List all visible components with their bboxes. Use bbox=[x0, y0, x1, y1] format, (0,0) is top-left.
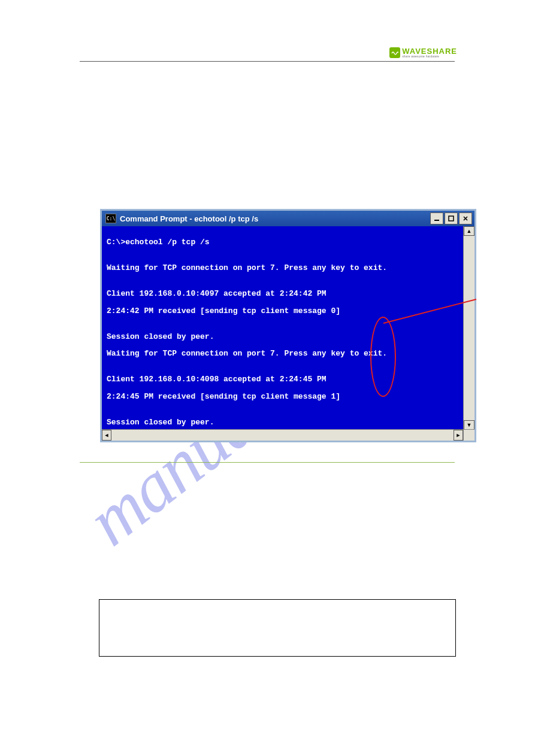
svg-rect-1 bbox=[449, 216, 454, 221]
terminal-line: C:\>echotool /p tcp /s bbox=[107, 238, 470, 247]
scroll-left-icon[interactable]: ◄ bbox=[102, 430, 111, 441]
scroll-right-icon[interactable]: ► bbox=[454, 430, 463, 441]
close-button[interactable] bbox=[459, 212, 472, 224]
cmd-icon: C:\ bbox=[105, 214, 116, 223]
brand-tagline: share awesome hardware bbox=[402, 55, 457, 58]
header-divider bbox=[80, 61, 455, 62]
section-divider bbox=[80, 462, 455, 463]
terminal-line: Session closed by peer. bbox=[107, 333, 470, 341]
minimize-button[interactable] bbox=[430, 212, 443, 224]
terminal-line: Client 192.168.0.10:4098 accepted at 2:2… bbox=[107, 375, 470, 384]
window-title: Command Prompt - echotool /p tcp /s bbox=[120, 214, 258, 223]
terminal-line: Session closed by peer. bbox=[107, 418, 470, 427]
terminal-line: Waiting for TCP connection on port 7. Pr… bbox=[107, 264, 470, 272]
wave-icon bbox=[389, 47, 400, 58]
empty-content-box bbox=[99, 599, 456, 657]
svg-rect-0 bbox=[434, 220, 439, 221]
horizontal-scrollbar[interactable]: ◄ ► bbox=[102, 429, 474, 441]
maximize-button[interactable] bbox=[445, 212, 458, 224]
vertical-scrollbar[interactable]: ▲ ▼ bbox=[463, 226, 474, 430]
scroll-up-icon[interactable]: ▲ bbox=[464, 226, 474, 236]
maximize-icon bbox=[448, 215, 454, 221]
terminal-line: Waiting for TCP connection on port 7. Pr… bbox=[107, 350, 470, 358]
scrollbar-corner bbox=[463, 430, 474, 441]
terminal-line: Client 192.168.0.10:4097 accepted at 2:2… bbox=[107, 290, 470, 298]
terminal-line: 2:24:42 PM received [sending tcp client … bbox=[107, 307, 470, 315]
window-titlebar[interactable]: C:\ Command Prompt - echotool /p tcp /s bbox=[102, 211, 474, 226]
terminal-output: C:\>echotool /p tcp /s Waiting for TCP c… bbox=[102, 226, 474, 437]
terminal-line: 2:24:45 PM received [sending tcp client … bbox=[107, 393, 470, 401]
minimize-icon bbox=[434, 215, 440, 221]
brand-logo: WAVESHARE share awesome hardware bbox=[389, 47, 457, 59]
close-icon bbox=[463, 215, 468, 221]
scroll-down-icon[interactable]: ▼ bbox=[464, 420, 474, 430]
command-prompt-window: C:\ Command Prompt - echotool /p tcp /s … bbox=[100, 209, 476, 442]
